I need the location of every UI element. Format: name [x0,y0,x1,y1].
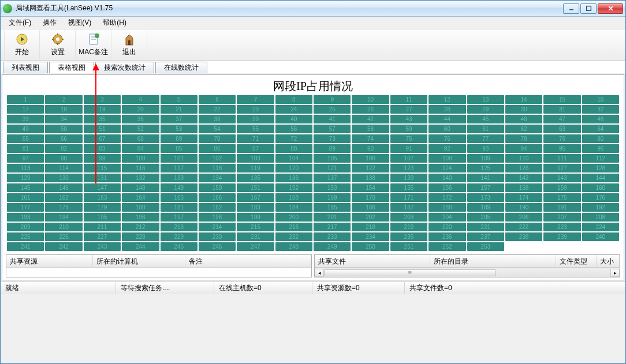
ip-cell[interactable]: 213 [161,223,198,231]
ip-cell[interactable]: 37 [161,115,198,123]
ip-cell[interactable]: 27 [390,105,427,114]
ip-cell[interactable]: 47 [543,115,580,123]
ip-cell[interactable]: 244 [122,242,159,251]
ip-cell[interactable]: 82 [45,144,82,153]
ip-cell[interactable]: 157 [467,183,504,192]
ip-cell[interactable]: 174 [505,193,542,202]
ip-cell[interactable]: 130 [45,174,82,182]
ip-cell[interactable]: 204 [428,213,465,222]
maximize-button[interactable] [580,3,597,14]
ip-cell[interactable]: 220 [428,223,465,231]
ip-cell[interactable]: 53 [161,125,198,133]
ip-cell[interactable]: 23 [237,105,274,114]
ip-cell[interactable]: 216 [275,223,312,231]
tab-table-view[interactable]: 表格视图 [49,62,94,73]
ip-cell[interactable]: 246 [199,242,236,251]
ip-cell[interactable]: 242 [45,242,82,251]
ip-cell[interactable]: 150 [199,183,236,192]
ip-cell[interactable]: 68 [122,134,159,143]
ip-cell[interactable]: 206 [505,213,542,222]
ip-cell[interactable]: 161 [7,193,44,202]
ip-cell[interactable]: 1 [7,95,44,104]
ip-cell[interactable]: 2 [45,95,82,104]
col-size[interactable]: 大小( [597,255,620,267]
ip-cell[interactable]: 176 [582,193,619,202]
ip-cell[interactable]: 175 [543,193,580,202]
ip-cell[interactable]: 101 [161,154,198,163]
ip-cell[interactable]: 29 [467,105,504,114]
ip-cell[interactable]: 52 [122,125,159,133]
ip-cell[interactable]: 251 [390,242,427,251]
ip-cell[interactable]: 66 [45,134,82,143]
ip-cell[interactable]: 168 [275,193,312,202]
ip-cell[interactable]: 207 [543,213,580,222]
ip-cell[interactable]: 201 [314,213,351,222]
ip-cell[interactable]: 205 [467,213,504,222]
ip-cell[interactable]: 162 [45,193,82,202]
ip-cell[interactable]: 225 [7,232,44,241]
ip-cell[interactable]: 126 [505,164,542,172]
ip-cell[interactable]: 51 [84,125,121,133]
menu-operate[interactable]: 操作 [37,17,62,29]
ip-cell[interactable]: 56 [275,125,312,133]
ip-cell[interactable]: 194 [45,213,82,222]
ip-cell[interactable]: 12 [428,95,465,104]
menu-file[interactable]: 文件(F) [3,17,37,29]
ip-cell[interactable]: 182 [199,203,236,212]
ip-cell[interactable]: 127 [543,164,580,172]
ip-cell[interactable]: 233 [314,232,351,241]
ip-cell[interactable]: 120 [275,164,312,172]
col-shared-file[interactable]: 共享文件 [315,255,430,267]
ip-cell[interactable]: 21 [161,105,198,114]
ip-cell[interactable]: 154 [352,183,389,192]
ip-cell[interactable]: 226 [45,232,82,241]
ip-cell[interactable]: 218 [352,223,389,231]
ip-cell[interactable]: 117 [161,164,198,172]
ip-cell[interactable]: 237 [467,232,504,241]
ip-cell[interactable]: 20 [122,105,159,114]
ip-cell[interactable]: 83 [84,144,121,153]
ip-cell[interactable]: 241 [7,242,44,251]
ip-cell[interactable]: 3 [84,95,121,104]
ip-cell[interactable]: 34 [45,115,82,123]
ip-cell[interactable]: 138 [352,174,389,182]
ip-cell[interactable]: 252 [428,242,465,251]
ip-cell[interactable]: 24 [275,105,312,114]
ip-cell[interactable]: 102 [199,154,236,163]
menu-help[interactable]: 帮助(H) [97,17,132,29]
ip-cell[interactable]: 202 [352,213,389,222]
ip-cell[interactable]: 50 [45,125,82,133]
ip-cell[interactable]: 186 [352,203,389,212]
ip-cell[interactable]: 236 [428,232,465,241]
ip-cell[interactable]: 190 [505,203,542,212]
ip-cell[interactable]: 193 [7,213,44,222]
ip-cell[interactable]: 188 [428,203,465,212]
scroll-thumb[interactable] [324,269,496,276]
ip-cell[interactable]: 104 [275,154,312,163]
ip-cell[interactable]: 88 [275,144,312,153]
ip-cell[interactable]: 8 [275,95,312,104]
ip-cell[interactable]: 105 [314,154,351,163]
ip-cell[interactable]: 230 [199,232,236,241]
ip-cell[interactable]: 249 [314,242,351,251]
ip-cell[interactable]: 215 [237,223,274,231]
ip-cell[interactable]: 80 [582,134,619,143]
ip-cell[interactable]: 119 [237,164,274,172]
ip-cell[interactable]: 160 [582,183,619,192]
ip-cell[interactable]: 76 [428,134,465,143]
ip-cell[interactable]: 49 [7,125,44,133]
ip-cell[interactable]: 106 [352,154,389,163]
minimize-button[interactable] [563,3,579,14]
ip-cell[interactable]: 222 [505,223,542,231]
ip-cell[interactable]: 167 [237,193,274,202]
exit-button[interactable]: 退出 [111,31,147,59]
ip-cell[interactable]: 203 [390,213,427,222]
ip-cell[interactable]: 94 [505,144,542,153]
ip-cell[interactable]: 212 [122,223,159,231]
ip-cell[interactable]: 172 [428,193,465,202]
ip-cell[interactable]: 70 [199,134,236,143]
ip-cell[interactable]: 111 [543,154,580,163]
ip-cell[interactable]: 115 [84,164,121,172]
ip-cell[interactable]: 62 [505,125,542,133]
ip-cell[interactable]: 54 [199,125,236,133]
